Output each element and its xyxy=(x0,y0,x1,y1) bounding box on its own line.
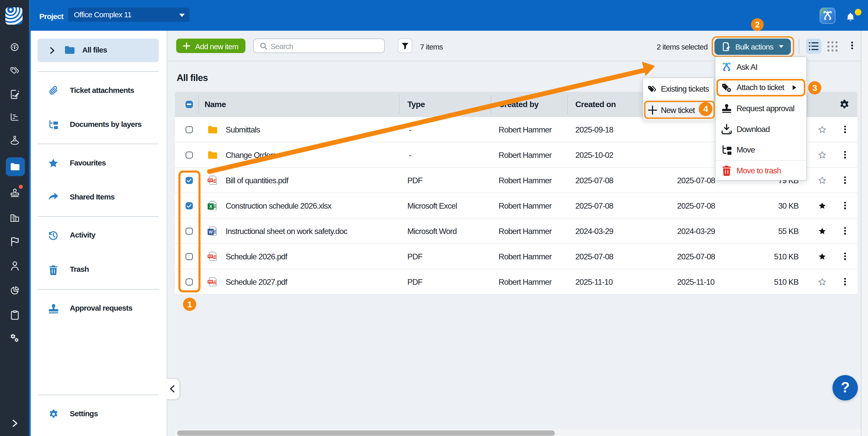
svg-text:PDF: PDF xyxy=(208,280,213,283)
svg-text:PDF: PDF xyxy=(208,179,213,182)
svg-text:PDF: PDF xyxy=(208,255,213,258)
svg-text:X: X xyxy=(209,204,212,209)
svg-text:W: W xyxy=(209,230,213,235)
